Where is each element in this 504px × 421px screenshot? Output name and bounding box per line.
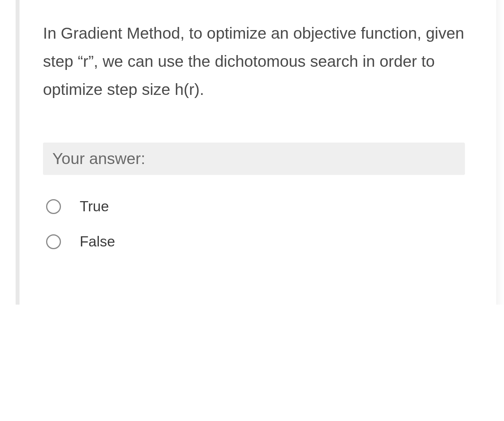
option-false[interactable]: False: [46, 234, 465, 250]
option-label-true: True: [80, 198, 109, 215]
answer-label-box: Your answer:: [43, 143, 465, 175]
option-label-false: False: [80, 234, 115, 250]
question-text: In Gradient Method, to optimize an objec…: [43, 20, 465, 103]
radio-icon: [46, 234, 61, 249]
radio-icon: [46, 199, 61, 214]
answer-label: Your answer:: [52, 150, 456, 168]
question-card: In Gradient Method, to optimize an objec…: [16, 0, 488, 305]
option-true[interactable]: True: [46, 198, 465, 215]
options-group: True False: [43, 198, 465, 250]
shadow-decoration: [496, 0, 504, 305]
